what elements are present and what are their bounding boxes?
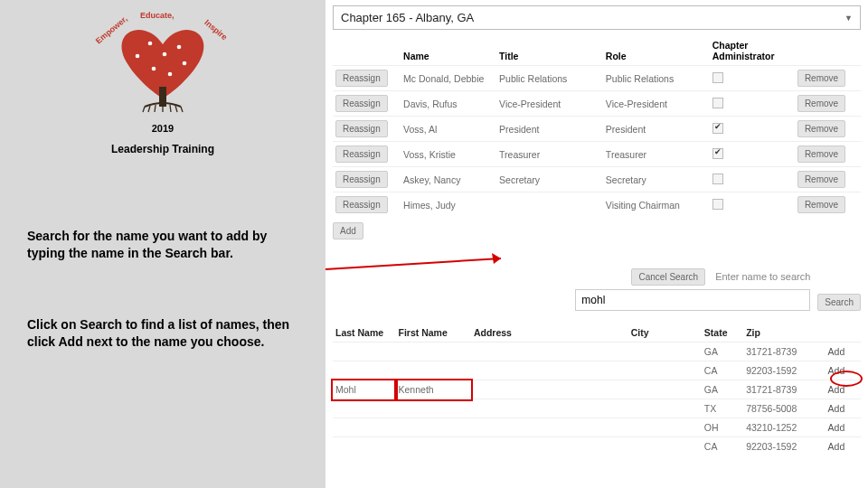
cell-state: TX — [702, 399, 743, 418]
cell-title: President — [496, 117, 603, 142]
cancel-search-button[interactable]: Cancel Search — [631, 268, 705, 286]
cell-first — [396, 343, 471, 361]
cell-role: President — [603, 117, 710, 142]
cell-name: Voss, Al — [401, 117, 496, 142]
instruction-2: Click on Search to find a list of names,… — [27, 316, 298, 351]
cell-last: Mohl — [333, 380, 396, 399]
logo-word-2: Educate, — [140, 11, 175, 20]
admin-checkbox[interactable] — [712, 123, 723, 134]
cell-address — [471, 399, 628, 418]
add-result-button[interactable]: Add — [828, 441, 845, 452]
instruction-1: Search for the name you want to add by t… — [27, 228, 298, 262]
reassign-button[interactable]: Reassign — [335, 120, 388, 137]
cell-role: Vice-President — [603, 91, 710, 117]
remove-button[interactable]: Remove — [797, 145, 845, 163]
logo-block: Empower, Educate, Inspire 2019 — [27, 9, 298, 134]
add-result-button[interactable]: Add — [828, 384, 845, 395]
reassign-button[interactable]: Reassign — [335, 196, 388, 213]
sidebar: Empower, Educate, Inspire 2019 Leadershi… — [0, 0, 326, 488]
table-row: ReassignAskey, NancySecretarySecretaryRe… — [333, 167, 861, 192]
col-role: Role — [603, 37, 710, 66]
cell-address — [471, 437, 628, 456]
table-row: ReassignMc Donald, DebbiePublic Relation… — [333, 66, 861, 91]
cell-last — [333, 343, 396, 361]
chevron-down-icon: ▼ — [844, 14, 853, 23]
admin-checkbox[interactable] — [712, 174, 723, 184]
page-subtitle: Leadership Training — [9, 143, 316, 155]
add-result-button[interactable]: Add — [828, 403, 845, 414]
cell-title: Secretary — [496, 167, 603, 192]
col-admin: ChapterAdministrator — [710, 37, 795, 66]
svg-point-4 — [177, 45, 182, 50]
search-input[interactable] — [575, 289, 810, 311]
col-name: Name — [401, 37, 496, 66]
cell-first — [396, 437, 471, 456]
remove-button[interactable]: Remove — [797, 120, 845, 137]
cell-title: Treasurer — [496, 142, 603, 167]
cell-zip: 31721-8739 — [743, 343, 825, 361]
admin-checkbox[interactable] — [712, 148, 723, 159]
svg-point-3 — [163, 52, 167, 57]
reassign-button[interactable]: Reassign — [335, 171, 388, 188]
result-row: CA92203-1592Add — [333, 437, 861, 456]
cell-last — [333, 399, 396, 418]
cell-state: GA — [702, 343, 743, 361]
main-panel: Chapter 165 - Albany, GA ▼ Name Title Ro… — [326, 0, 868, 488]
remove-button[interactable]: Remove — [797, 196, 845, 213]
table-row: ReassignVoss, KristieTreasurerTreasurerR… — [333, 142, 861, 167]
cell-state: CA — [702, 361, 743, 380]
col-first: First Name — [396, 324, 471, 343]
table-row: ReassignDavis, RufusVice-PresidentVice-P… — [333, 91, 861, 117]
cell-first — [396, 361, 471, 380]
cell-city — [628, 343, 702, 361]
svg-marker-9 — [492, 253, 501, 264]
chapter-dropdown[interactable]: Chapter 165 - Albany, GA ▼ — [333, 5, 861, 30]
cell-title — [496, 192, 603, 218]
cell-zip: 92203-1592 — [743, 437, 825, 456]
cell-address — [471, 418, 628, 437]
add-member-bar: Add — [333, 222, 861, 239]
cell-address — [471, 380, 628, 399]
col-state: State — [702, 324, 743, 343]
cell-zip: 78756-5008 — [743, 399, 825, 418]
admin-checkbox[interactable] — [712, 98, 723, 108]
add-result-button[interactable]: Add — [828, 365, 845, 376]
add-button[interactable]: Add — [333, 222, 363, 239]
cell-zip: 43210-1252 — [743, 418, 825, 437]
cell-name: Davis, Rufus — [401, 91, 496, 117]
cell-title: Vice-President — [496, 91, 603, 117]
add-result-button[interactable]: Add — [828, 422, 845, 433]
remove-button[interactable]: Remove — [797, 95, 845, 112]
reassign-button[interactable]: Reassign — [335, 70, 388, 87]
reassign-button[interactable]: Reassign — [335, 145, 388, 163]
reassign-button[interactable]: Reassign — [335, 95, 388, 112]
result-row: GA31721-8739Add — [333, 343, 861, 361]
remove-button[interactable]: Remove — [797, 70, 845, 87]
cell-city — [628, 380, 702, 399]
cell-last — [333, 418, 396, 437]
cell-role: Secretary — [603, 167, 710, 192]
cell-role: Treasurer — [603, 142, 710, 167]
cell-name: Askey, Nancy — [401, 167, 496, 192]
remove-button[interactable]: Remove — [797, 171, 845, 188]
admin-checkbox[interactable] — [712, 199, 723, 210]
svg-point-1 — [136, 54, 140, 59]
add-result-button[interactable]: Add — [828, 346, 845, 357]
cell-city — [628, 418, 702, 437]
cell-state: CA — [702, 437, 743, 456]
cell-zip: 31721-8739 — [743, 380, 825, 399]
cell-address — [471, 361, 628, 380]
cell-last — [333, 361, 396, 380]
search-button[interactable]: Search — [817, 294, 861, 311]
result-row: CA92203-1592Add — [333, 361, 861, 380]
svg-point-7 — [168, 72, 173, 77]
result-row: OH43210-1252Add — [333, 418, 861, 437]
svg-point-2 — [148, 42, 153, 46]
admin-checkbox[interactable] — [712, 72, 723, 83]
table-row: ReassignVoss, AlPresidentPresidentRemove — [333, 117, 861, 142]
cell-name: Mc Donald, Debbie — [401, 66, 496, 91]
cell-address — [471, 343, 628, 361]
cell-first — [396, 418, 471, 437]
search-results-table: Last Name First Name Address City State … — [333, 324, 861, 455]
col-zip: Zip — [743, 324, 825, 343]
